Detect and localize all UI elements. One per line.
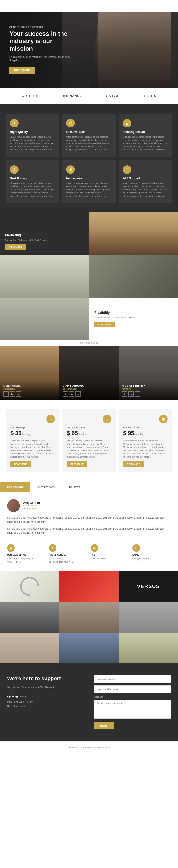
feature-title-1: Creative Team	[66, 130, 111, 133]
pricing-btn-1[interactable]: READ MORE	[67, 461, 87, 467]
team-role-2: marketing	[122, 388, 175, 390]
contact-item-1: ✆ PHONE NUMBER 234-9876-5400888-0123-456…	[49, 544, 87, 564]
pricing-card-1: ⊞ Dedicated Desk $ 65/monthly Arcula sod…	[62, 409, 115, 472]
hero-cta-button[interactable]: READ MORE	[9, 67, 35, 74]
team-social-tw[interactable]: tw	[69, 392, 74, 397]
feature-card-1: ◎ Creative Team Vitae congue eu consequa…	[62, 114, 115, 157]
team-name-0: MARY BROWN	[3, 385, 56, 388]
contact-label-2: FAX	[91, 554, 129, 556]
feature-card-4: ⚙ Innovations Vitae congue eu consequat …	[62, 160, 115, 203]
pricing-card-0: ⌂ Membership $ 35/monthly Arcula sodales…	[6, 409, 59, 472]
hamburger-icon[interactable]: ≡	[87, 3, 91, 9]
pricing-btn-2[interactable]: READ MORE	[123, 461, 144, 467]
feature-text-4: Vitae congue eu consequat ac felis place…	[66, 182, 111, 198]
team-social-yt[interactable]: yt	[135, 392, 140, 397]
pricing-text-1: Arcula sodales aliquet sapien laoreet Ma…	[67, 439, 111, 459]
feature-card-5: ◷ 24/7 Support Vitae congue eu consequat…	[119, 160, 172, 203]
portfolio-marketing-btn[interactable]: READ MORE	[5, 244, 26, 250]
portfolio-flexibility: Flexibility Sample text. Click to select…	[89, 298, 178, 340]
support-text: Sample text. Click to select the Text El…	[7, 686, 84, 689]
review-text-2: Sample text. Click to select the text bo…	[7, 527, 171, 535]
contact-value-2: 1-234-567-8900	[91, 557, 129, 560]
team-social-yt[interactable]: yt	[16, 392, 21, 397]
pricing-price-0: $ 35	[10, 430, 22, 436]
logos-bar: CROLLA ◈ BINANCE EVGA TESLA	[0, 88, 178, 104]
form-message-label: Message	[94, 695, 171, 698]
gallery-asian	[0, 632, 59, 663]
hero-section: Add more speed to your website Your succ…	[0, 12, 178, 88]
logo-binance: ◈ BINANCE	[62, 94, 82, 98]
feature-icon-4: ⚙	[66, 165, 75, 174]
support-right: Message Submit	[94, 675, 171, 730]
review-section: Ann Gordon App developer ★★★★★ Sample te…	[0, 492, 178, 539]
feature-text-1: Vitae congue eu consequat ac felis place…	[66, 135, 111, 152]
contact-icon-1: ✆	[49, 544, 56, 552]
navbar: ≡	[0, 0, 178, 12]
support-title: We're here to support	[7, 675, 84, 682]
hero-content: Add more speed to your website Your succ…	[0, 16, 81, 83]
reviewer-avatar	[7, 499, 20, 512]
pricing-title-0: Membership	[10, 426, 55, 429]
pricing-section: ⌂ Membership $ 35/monthly Arcula sodales…	[0, 400, 178, 482]
portfolio-flexibility-label: Flexibility	[95, 311, 173, 314]
pricing-card-2: ▦ Private Office $ 95/monthly Arcula sod…	[119, 409, 172, 472]
team-social-yt[interactable]: yt	[75, 392, 81, 397]
feature-card-0: ★ Hight Quality Vitae congue eu consequa…	[6, 114, 59, 157]
contact-value-1: 234-9876-5400888-0123-4567 (Toll Free)	[49, 557, 87, 564]
tab-reviews[interactable]: Reviews	[62, 482, 87, 492]
form-name-input[interactable]	[94, 675, 171, 683]
hero-text: Sample text. Click to select the Text El…	[9, 55, 71, 62]
contact-icon-2: ⊠	[91, 544, 98, 552]
portfolio-photo-4	[0, 298, 89, 340]
feature-text-2: Vitae congue eu consequat ac felis place…	[123, 135, 168, 152]
feature-icon-2: ▲	[123, 119, 131, 127]
portfolio-photo-3	[89, 255, 178, 298]
tab-description[interactable]: Description	[0, 482, 30, 492]
team-social-f[interactable]: f	[122, 392, 127, 397]
team-card-1: NICK RICHMOND sales manager ftwyt	[59, 345, 119, 400]
features-grid: ★ Hight Quality Vitae congue eu consequa…	[6, 114, 172, 203]
form-message-textarea[interactable]	[94, 700, 171, 718]
team-card-2: NINA GREENFIELD marketing ftwyt	[119, 345, 178, 400]
feature-text-3: Vitae congue eu consequat ac felis place…	[10, 182, 55, 198]
contact-info-section: ◉ OUR MAIN OFFICE Suite 98 Broadway St N…	[0, 539, 178, 571]
team-social-f[interactable]: f	[3, 392, 8, 397]
team-name-1: NICK RICHMOND	[63, 385, 115, 388]
contact-label-3: EMAIL	[132, 554, 171, 556]
contact-label-1: PHONE NUMBER	[49, 554, 87, 556]
feature-icon-3: $	[10, 165, 19, 174]
team-social-tw[interactable]: tw	[10, 392, 15, 397]
team-role-0: project leader	[3, 388, 56, 390]
portfolio-marketing-label: Marketing	[5, 233, 84, 237]
tabs-bar: Description Specifications Reviews	[0, 482, 178, 492]
pricing-price-2: $ 95	[123, 430, 134, 436]
pricing-btn-0[interactable]: READ MORE	[10, 461, 31, 467]
gallery-versus: VERSUS	[119, 571, 178, 602]
portfolio-marketing: Marketing Sample text. Click to select t…	[0, 212, 89, 255]
team-social-f[interactable]: f	[63, 392, 68, 397]
logo-tesla: TESLA	[143, 94, 156, 98]
contact-item-0: ◉ OUR MAIN OFFICE Suite 98 Broadway St N…	[7, 544, 46, 564]
portfolio-section: Marketing Sample text. Click to select t…	[0, 212, 178, 345]
logo-evga: EVGA	[106, 94, 119, 98]
pricing-text-2: Arcula sodales aliquet sapien laoreet Ma…	[123, 439, 168, 459]
pricing-icon-0: ⌂	[46, 415, 55, 423]
feature-icon-1: ◎	[66, 119, 75, 127]
gallery-section: VERSUS	[0, 571, 178, 663]
tab-specifications[interactable]: Specifications	[30, 482, 62, 492]
support-left: We're here to support Sample text. Click…	[7, 675, 84, 730]
gallery-portrait-2	[59, 602, 119, 632]
logo-crolla: CROLLA	[22, 94, 38, 98]
contact-item-3: ✉ EMAIL hello@blamy.com	[132, 544, 171, 564]
feature-title-5: 24/7 Support	[123, 177, 168, 180]
form-submit-button[interactable]: Submit	[94, 722, 114, 730]
team-social-tw[interactable]: tw	[128, 392, 134, 397]
form-email-input[interactable]	[94, 685, 171, 693]
pricing-title-2: Private Office	[123, 426, 168, 429]
review-text-1: Sample text. Click to select the text bo…	[7, 516, 171, 524]
team-name-2: NINA GREENFIELD	[122, 385, 175, 388]
portfolio-flexibility-btn[interactable]: READ MORE	[95, 321, 115, 327]
reviewer-name: Ann Gordon	[23, 501, 40, 504]
portfolio-note: Image from Freepik	[0, 340, 178, 345]
pricing-title-1: Dedicated Desk	[67, 426, 111, 429]
